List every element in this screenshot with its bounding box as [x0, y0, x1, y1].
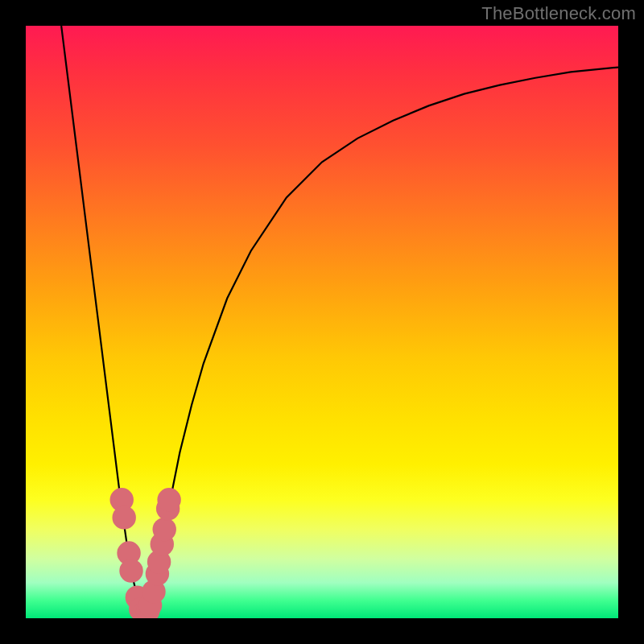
data-marker	[119, 559, 142, 582]
plot-area	[26, 26, 618, 618]
data-marker	[153, 518, 176, 541]
watermark-text: TheBottleneck.com	[481, 3, 636, 24]
data-markers	[110, 488, 181, 618]
curve-layer	[26, 26, 618, 618]
data-marker	[112, 506, 135, 529]
data-marker	[157, 488, 180, 511]
bottleneck-curve	[61, 26, 618, 618]
chart-frame: TheBottleneck.com	[0, 0, 644, 644]
curve-path	[61, 26, 618, 618]
